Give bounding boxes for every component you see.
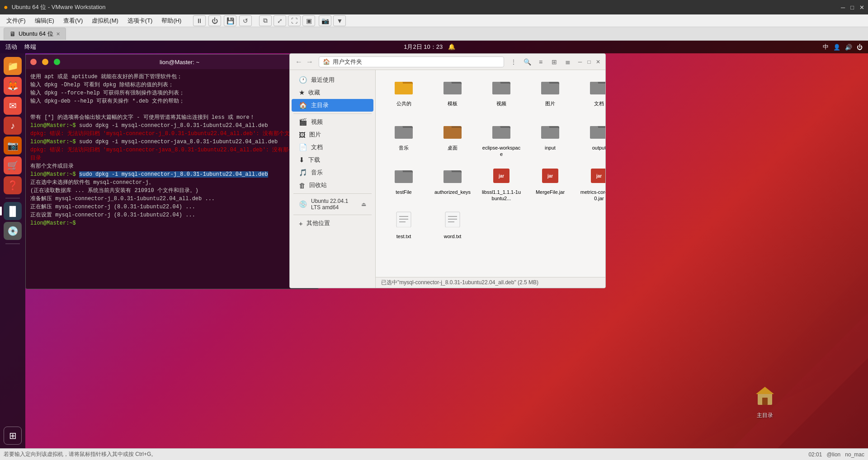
fm-sort-button[interactable]: ≣ [562,56,574,68]
fm-forward-button[interactable]: → [304,56,315,67]
full-screen-button[interactable]: ⛶ [288,15,301,26]
power-menu-icon[interactable]: ⏻ [857,44,863,51]
minimize-icon[interactable]: ─ [841,4,845,11]
fm-item-output[interactable]: output [576,120,605,160]
fm-sidebar-downloads[interactable]: ⬇ 下载 [292,154,373,166]
fm-sidebar-trash[interactable]: 🗑 回收站 [292,179,373,192]
split-view-button[interactable]: ⧉ [259,15,272,26]
vm-tab-close[interactable]: ✕ [56,31,60,37]
fm-item-test-txt[interactable]: test.txt [381,208,426,249]
dock-icon-help[interactable]: ❓ [4,176,22,194]
fm-sidebar-ubuntu-disc[interactable]: 💿 Ubuntu 22.04.1 LTS amd64 ⏏ [292,196,373,213]
terminal-line-1: 使用 apt 或是 aptitude 就能在友好的界面下管理软件包； [30,74,182,80]
fm-maximize-button[interactable]: □ [585,58,593,66]
menu-file[interactable]: 文件(F) [2,16,30,26]
fm-sidebar-bookmarks[interactable]: ★ 收藏 [292,86,373,99]
dock-icon-files[interactable]: 📁 [4,57,22,75]
dock-icon-cd[interactable]: 💿 [4,222,22,240]
unity-button[interactable]: ▣ [302,15,315,26]
terminal-min-button[interactable] [42,59,48,65]
fm-close-button[interactable]: ✕ [594,58,602,66]
terminal-prompt-final: lion@Master:~$ [30,220,76,226]
fm-item-libssl[interactable]: jar libssl1.1_1.1.1-1ubuntu2... [479,164,524,205]
terminal-body[interactable]: 使用 apt 或是 aptitude 就能在友好的界面下管理软件包； 输入 dp… [26,69,319,289]
terminal-max-button[interactable] [54,59,60,65]
filemanager-window: ← → 🏠 用户文件夹 ⋮ 🔍 ≡ ⊞ ≣ ─ □ ✕ [289,53,606,288]
dock-icon-firefox[interactable]: 🦊 [4,77,22,95]
fm-item-desktop[interactable]: 桌面 [430,120,475,160]
dock-icon-shotwell[interactable]: 📷 [4,136,22,155]
menu-vm[interactable]: 虚拟机(M) [87,16,123,26]
terminal-prompt-3: lion@Master:~$ [30,171,79,178]
fm-item-metrics[interactable]: jar metrics-core-2.2.0.jar [576,164,605,205]
fm-sidebar-music[interactable]: 🎵 音乐 [292,166,373,179]
svg-rect-29 [541,128,559,139]
fm-eject-icon[interactable]: ⏏ [361,201,366,207]
fm-item-mergefile[interactable]: jar MergeFile.jar [528,164,573,205]
dock-icon-email[interactable]: ✉ [4,97,22,115]
fm-sidebar-pictures[interactable]: 🖼 图片 [292,128,373,141]
menu-tabs[interactable]: 选项卡(T) [123,16,157,26]
power-button[interactable]: ⏻ [208,15,221,26]
fm-sidebar-recent[interactable]: 🕐 最近使用 [292,74,373,86]
fm-sidebar-sep-2 [293,193,372,194]
fm-item-label-libssl: libssl1.1_1.1.1-1ubuntu2... [481,189,521,202]
fm-item-authorized-keys[interactable]: authorized_keys [430,164,475,205]
dock-icon-software[interactable]: 🛒 [4,156,22,174]
fm-item-word-txt[interactable]: word.txt [430,208,475,249]
pause-button[interactable]: ⏸ [193,15,206,26]
fm-back-button[interactable]: ← [293,56,304,67]
menu-edit[interactable]: 编辑(E) [30,16,59,26]
activities-button[interactable]: 活动 [5,43,17,51]
fm-location-bar[interactable]: 🏠 用户文件夹 [319,56,504,67]
fm-home-icon: 🏠 [299,101,307,109]
terminal-title: lion@Master: ~ [63,59,296,66]
fm-item-music[interactable]: 音乐 [381,120,426,160]
volume-icon[interactable]: 🔊 [845,44,852,51]
fm-list-view-button[interactable]: ≡ [535,56,547,68]
dock-icon-apps[interactable]: ⊞ [4,427,22,445]
bell-icon[interactable]: 🔔 [448,43,455,50]
fm-sidebar-home[interactable]: 🏠 主目录 [292,99,373,112]
maximize-icon[interactable]: □ [850,4,854,11]
fm-sidebar-documents[interactable]: 📄 文档 [292,141,373,154]
fm-item-testfile[interactable]: testFile [381,164,426,205]
menu-help[interactable]: 帮助(H) [157,16,186,26]
terminal-close-button[interactable] [30,59,37,65]
statusbar-text: 若要输入定向到该虚拟机，请将鼠标指针移入其中或按 Ctrl+G。 [4,451,156,458]
reset-button[interactable]: ↺ [239,15,252,26]
fm-item-documents[interactable]: 文档 [576,75,605,116]
fm-item-eclipse[interactable]: eclipse-workspace [479,120,524,160]
fm-item-label-videos: 视频 [496,100,506,107]
snapshot-button[interactable]: 📷 [319,15,331,26]
fm-sidebar-other[interactable]: + 其他位置 [292,217,373,230]
dock-icon-terminal[interactable]: ▐▌ [4,202,22,220]
options-button[interactable]: ▼ [333,15,346,26]
fm-item-videos[interactable]: 视频 [479,75,524,116]
vmware-menubar: 文件(F) 编辑(E) 查看(V) 虚拟机(M) 选项卡(T) 帮助(H) ⏸ … [0,14,868,27]
fm-other-icon: + [299,220,303,227]
fm-item-icon-documents [590,78,605,99]
fit-guest-button[interactable]: ⤢ [274,15,286,26]
fm-minimize-button[interactable]: ─ [576,58,584,66]
fm-item-templates[interactable]: 模板 [430,75,475,116]
vm-tab[interactable]: 🖥 Ubuntu 64 位 ✕ [4,28,66,40]
fm-item-label-output: output [592,145,605,151]
fm-more-button[interactable]: ⋮ [508,56,519,68]
fm-item-label-public: 公共的 [396,100,411,107]
fm-sidebar-videos[interactable]: 🎬 视频 [292,116,373,128]
fm-item-public[interactable]: 公共的 [381,75,426,116]
fm-search-button[interactable]: 🔍 [521,56,533,68]
fm-item-input[interactable]: input [528,120,573,160]
ime-indicator[interactable]: 中 [823,43,829,51]
close-icon[interactable]: ✕ [859,4,864,11]
fm-item-pictures[interactable]: 图片 [528,75,573,116]
fm-item-label-testfile: testFile [396,189,411,195]
menu-view[interactable]: 查看(V) [59,16,87,26]
dock-icon-rhythmbox[interactable]: ♪ [4,117,22,135]
network-icon[interactable]: 👤 [833,44,840,51]
fm-grid-view-button[interactable]: ⊞ [548,56,560,68]
terminal-menu[interactable]: 终端 [24,43,36,51]
datetime: 1月2日 10：23 [404,43,443,50]
suspend-button[interactable]: 💾 [224,15,236,26]
